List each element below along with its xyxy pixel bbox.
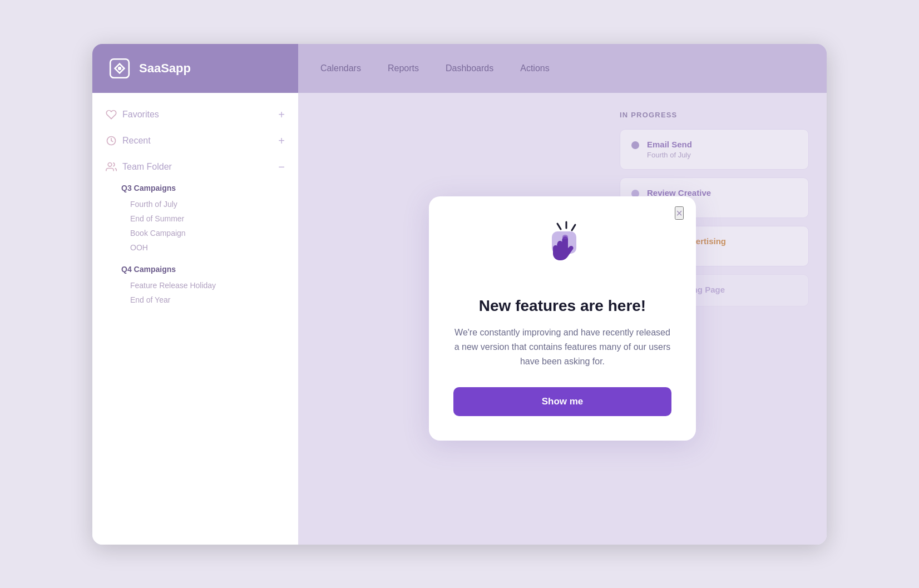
sidebar-teamfolder-header: Team Folder −	[106, 161, 285, 174]
nav-dashboards[interactable]: Dashboards	[446, 63, 493, 73]
sidebar-item-end-of-summer[interactable]: End of Summer	[106, 211, 285, 226]
sidebar-item-ooh[interactable]: OOH	[106, 240, 285, 255]
sidebar-recent-title: Recent	[106, 135, 151, 146]
sidebar-recent-section: Recent +	[106, 135, 285, 147]
show-me-button[interactable]: Show me	[453, 387, 671, 416]
nav-actions[interactable]: Actions	[520, 63, 549, 73]
sidebar-item-end-of-year[interactable]: End of Year	[106, 293, 285, 307]
app-name: SaaSapp	[139, 61, 191, 76]
teamfolder-collapse-button[interactable]: −	[278, 161, 285, 174]
modal-title: New features are here!	[479, 297, 646, 315]
teamfolder-label: Team Folder	[122, 162, 172, 172]
sidebar-recent-header: Recent +	[106, 135, 285, 147]
recent-label: Recent	[122, 136, 151, 146]
clock-icon	[106, 135, 117, 146]
favorites-add-button[interactable]: +	[278, 108, 285, 121]
sidebar-favorites-header: Favorites +	[106, 108, 285, 121]
sidebar-teamfolder-section: Team Folder − Q3 Campaigns Fourth of Jul…	[106, 161, 285, 307]
app-container: SaaSapp Calendars Reports Dashboards Act…	[92, 44, 827, 545]
svg-line-6	[572, 225, 575, 230]
page-area: IN PROGRESS Email Send Fourth of July Re…	[298, 93, 827, 545]
q3-group-label: Q3 Campaigns	[121, 184, 285, 192]
sidebar-favorites-section: Favorites +	[106, 108, 285, 121]
main-content: Favorites + Recent +	[92, 93, 827, 545]
recent-add-button[interactable]: +	[278, 135, 285, 147]
main-nav: Calendars Reports Dashboards Actions	[298, 44, 827, 93]
nav-reports[interactable]: Reports	[388, 63, 419, 73]
svg-point-8	[562, 235, 568, 239]
sidebar-favorites-title: Favorites	[106, 109, 159, 120]
favorites-label: Favorites	[122, 110, 159, 120]
team-icon	[106, 161, 117, 172]
feature-modal: ×	[429, 196, 696, 441]
svg-line-4	[557, 224, 561, 229]
sidebar-teamfolder-title: Team Folder	[106, 161, 172, 172]
top-bar: SaaSapp Calendars Reports Dashboards Act…	[92, 44, 827, 93]
logo-icon	[108, 57, 131, 80]
sidebar: Favorites + Recent +	[92, 93, 298, 545]
sidebar-item-book-campaign[interactable]: Book Campaign	[106, 226, 285, 240]
sidebar-item-feature-release[interactable]: Feature Release Holiday	[106, 278, 285, 293]
modal-icon-area	[529, 216, 596, 283]
modal-overlay: ×	[298, 93, 827, 545]
nav-calendars[interactable]: Calendars	[320, 63, 361, 73]
logo-area: SaaSapp	[92, 44, 298, 93]
svg-point-1	[118, 66, 121, 70]
modal-description: We're constantly improving and have rece…	[453, 325, 671, 369]
heart-icon	[106, 109, 117, 120]
q4-group-label: Q4 Campaigns	[121, 265, 285, 274]
svg-point-3	[108, 163, 112, 167]
hand-pointer-icon	[532, 219, 593, 280]
sidebar-item-fourth-of-july[interactable]: Fourth of July	[106, 197, 285, 211]
modal-close-button[interactable]: ×	[675, 206, 684, 220]
